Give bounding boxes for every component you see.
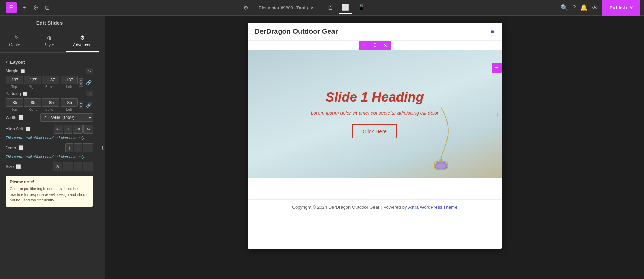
site-name: Elementor #9808 <box>259 5 293 10</box>
padding-left-input[interactable] <box>61 98 78 107</box>
margin-right-input[interactable] <box>24 76 41 84</box>
tab-style[interactable]: ◑ Style <box>33 30 66 52</box>
content-tab-label: Content <box>9 42 24 47</box>
note-box: Please note! Custom positioning is not c… <box>6 176 93 207</box>
slider-scroll-handle[interactable]: › <box>497 110 499 118</box>
sidebar-header: Edit Slides <box>0 16 99 30</box>
padding-spinner-down[interactable]: ▼ <box>79 105 83 109</box>
size-grow-btn[interactable]: ↔ <box>63 162 73 171</box>
padding-right-input[interactable] <box>24 98 41 107</box>
order-responsive-icon: ⬜ <box>18 145 24 150</box>
footer-text: Copyright © 2024 DerDragon Outdoor Gear … <box>292 205 408 210</box>
order-end-btn[interactable]: ↓ <box>74 143 82 152</box>
margin-right-group: Right <box>24 76 41 89</box>
slide-heading: Slide 1 Heading <box>311 90 438 105</box>
elementor-logo[interactable]: E <box>6 2 17 13</box>
tab-advanced[interactable]: ⚙ Advanced <box>66 30 99 52</box>
element-move-btn[interactable]: ⠿ <box>370 41 380 50</box>
device-icons: 🖥 ⬜ 📱 <box>324 1 368 14</box>
padding-unit[interactable]: px <box>86 91 93 96</box>
advanced-tab-icon: ⚙ <box>80 34 85 41</box>
top-bar-right: 🔍 ? 🔔 👁 Publish ∨ <box>556 0 644 16</box>
size-label: Size ⬜ <box>6 164 50 169</box>
margin-bottom-label: Bottom <box>45 85 56 89</box>
padding-right-label: Right <box>29 107 37 111</box>
slider-section: › Slide 1 Heading Lorem ipsum dolor sit … <box>248 50 502 178</box>
top-bar: E + ⚙ ⧉ ⚙ Elementor #9808 (Draft) ∨ 🖥 ⬜ … <box>0 0 644 16</box>
preview-frame: DerDragon Outdoor Gear ≡ + ⠿ ✕ › Sl <box>248 23 502 249</box>
white-section <box>248 178 502 199</box>
size-custom-btn[interactable]: ⋮ <box>83 162 93 171</box>
svg-point-2 <box>436 163 446 169</box>
margin-label: Margin ⬜ <box>6 69 86 73</box>
collapse-sidebar-btn[interactable]: ❮ <box>99 16 105 279</box>
element-toolbar: + ⠿ ✕ <box>359 41 391 50</box>
align-self-row: Align Self ⬜ ⇤ + ⇥ ⇔ <box>0 123 99 135</box>
margin-bottom-input[interactable] <box>42 76 59 84</box>
size-responsive-icon: ⬜ <box>16 164 21 169</box>
nav-brand: DerDragon Outdoor Gear <box>255 27 338 35</box>
padding-left-group: Left <box>61 98 78 111</box>
eye-icon[interactable]: 👁 <box>592 4 598 11</box>
draft-label: (Draft) <box>295 5 308 10</box>
order-more-btn[interactable]: ⋮ <box>83 143 93 152</box>
tablet-icon[interactable]: ⬜ <box>339 1 352 14</box>
tab-content[interactable]: ✎ Content <box>0 30 33 52</box>
padding-row: Padding ⬜ px <box>0 89 99 98</box>
add-section-float-btn[interactable]: + <box>492 63 502 73</box>
order-start-btn[interactable]: ↑ <box>65 143 73 152</box>
padding-top-input[interactable] <box>6 98 23 107</box>
margin-unit[interactable]: px <box>86 68 93 74</box>
size-none-btn[interactable]: ⊘ <box>53 162 62 171</box>
margin-top-input[interactable] <box>6 76 23 84</box>
padding-bottom-input[interactable] <box>42 98 59 107</box>
publish-arrow: ∨ <box>630 5 633 10</box>
margin-top-group: Top <box>6 76 23 89</box>
site-title[interactable]: Elementor #9808 (Draft) ∨ <box>259 5 314 10</box>
desktop-icon[interactable]: 🖥 <box>324 2 336 14</box>
footer-link[interactable]: Astra WordPress Theme <box>408 205 457 210</box>
width-select[interactable]: Full Width (100%) <box>40 113 93 122</box>
padding-responsive-icon: ⬜ <box>23 92 27 96</box>
mobile-icon[interactable]: 📱 <box>355 2 368 14</box>
add-icon[interactable]: + <box>23 4 27 11</box>
tabs-row: ✎ Content ◑ Style ⚙ Advanced <box>0 30 99 53</box>
settings-gear-icon[interactable]: ⚙ <box>243 5 248 11</box>
bell-icon[interactable]: 🔔 <box>580 4 588 11</box>
help-icon[interactable]: ? <box>572 4 576 11</box>
align-stretch-btn[interactable]: ⇔ <box>83 125 93 134</box>
tools-icon[interactable]: ⚙ <box>33 4 39 11</box>
layers-icon[interactable]: ⧉ <box>45 4 49 11</box>
element-close-btn[interactable]: ✕ <box>380 41 391 50</box>
padding-link-icon[interactable]: 🔗 <box>84 102 93 108</box>
slide-cta-button[interactable]: Click Here <box>352 124 397 138</box>
nav-menu-icon[interactable]: ≡ <box>491 27 495 35</box>
element-toolbar-wrapper: + ⠿ ✕ <box>248 41 502 50</box>
publish-button[interactable]: Publish ∨ <box>602 0 640 16</box>
margin-bottom-group: Bottom <box>42 76 59 89</box>
margin-spinner-down[interactable]: ▼ <box>79 82 83 87</box>
padding-bottom-group: Bottom <box>42 98 59 111</box>
align-end-btn[interactable]: ⇥ <box>73 125 83 134</box>
content-tab-icon: ✎ <box>14 34 19 41</box>
width-responsive-icon: ⬜ <box>18 115 24 120</box>
align-start-btn[interactable]: ⇤ <box>54 125 63 134</box>
padding-spinner-up[interactable]: ▲ <box>79 101 83 105</box>
layout-section-header[interactable]: ▾ Layout <box>0 57 99 67</box>
search-icon[interactable]: 🔍 <box>561 4 568 11</box>
sidebar-content: ▾ Layout Margin ⬜ px Top Right <box>0 53 99 279</box>
style-tab-icon: ◑ <box>47 34 52 41</box>
margin-link-icon[interactable]: 🔗 <box>84 80 93 85</box>
dropdown-arrow: ∨ <box>310 5 314 10</box>
sidebar: Edit Slides ✎ Content ◑ Style ⚙ Advanced… <box>0 16 99 279</box>
margin-left-group: Left <box>61 76 78 89</box>
padding-top-group: Top <box>6 98 23 111</box>
align-center-btn[interactable]: + <box>64 125 72 134</box>
margin-top-label: Top <box>11 85 17 89</box>
size-shrink-btn[interactable]: ↕ <box>74 162 82 171</box>
element-add-btn[interactable]: + <box>359 41 370 50</box>
margin-spinner-up[interactable]: ▲ <box>79 78 83 82</box>
order-buttons: ↑ ↓ ⋮ <box>65 143 93 152</box>
margin-left-input[interactable] <box>61 76 78 84</box>
main-layout: Edit Slides ✎ Content ◑ Style ⚙ Advanced… <box>0 16 644 279</box>
